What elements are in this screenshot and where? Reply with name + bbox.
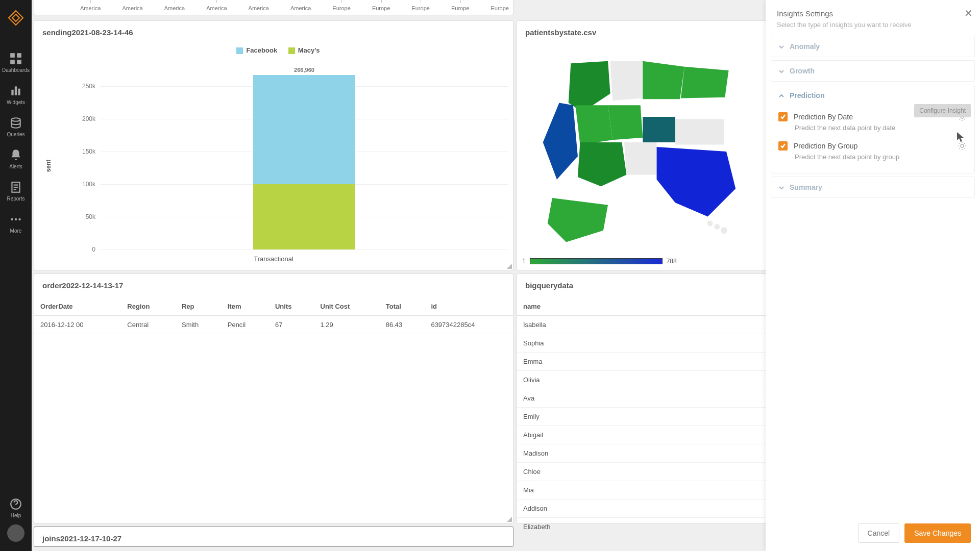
nav-label: Reports	[7, 196, 24, 202]
bar-total-label: 266,960	[253, 67, 355, 75]
nav-help[interactable]: Help	[0, 492, 32, 524]
table-row[interactable]: Emily	[517, 408, 792, 426]
nav-label: Alerts	[9, 164, 22, 169]
nav-more[interactable]: More	[0, 208, 32, 240]
table-header: Region	[121, 297, 176, 316]
table-row[interactable]: Isabella	[517, 316, 792, 334]
nav-queries[interactable]: Queries	[0, 111, 32, 143]
y-tick: 250k	[60, 83, 95, 90]
nav-label: Widgets	[7, 99, 25, 105]
table-header: Unit Cost	[314, 297, 380, 316]
accordion-growth[interactable]: Growth	[771, 60, 975, 82]
card-title: joins2021-12-17-10-27	[34, 527, 513, 550]
y-tick: 50k	[60, 213, 95, 220]
widgets-icon	[9, 85, 22, 96]
table-row[interactable]: Emma	[517, 353, 792, 371]
table-header: Units	[269, 297, 314, 316]
nav-dashboards[interactable]: Dashboards	[0, 47, 32, 79]
table-row[interactable]: Elizabeth	[517, 518, 792, 536]
resize-handle[interactable]	[507, 264, 512, 269]
nav-alerts[interactable]: Alerts	[0, 143, 32, 176]
nav-label: Dashboards	[2, 67, 30, 73]
nav-reports[interactable]: Reports	[0, 176, 32, 208]
svg-point-9	[11, 218, 13, 220]
axis-tick: Europe	[332, 5, 350, 11]
table-row[interactable]: Abigail	[517, 426, 792, 444]
checkbox-checked[interactable]	[778, 112, 788, 121]
prediction-description: Predict the next data point by date	[778, 124, 967, 137]
svg-rect-0	[10, 53, 15, 58]
y-tick: 100k	[60, 181, 95, 188]
accordion-header-prediction[interactable]: Prediction	[771, 85, 974, 106]
svg-point-7	[11, 118, 20, 121]
panel-subtitle: Select the type of insights you want to …	[777, 21, 969, 29]
prediction-label: Prediction By Group	[794, 142, 951, 150]
resize-handle[interactable]	[507, 517, 512, 522]
cancel-button[interactable]: Cancel	[858, 523, 900, 543]
card-order-table: order2022-12-14-13-17 OrderDateRegionRep…	[34, 273, 513, 523]
top-chart-axis: AmericaAmericaAmericaAmericaAmericaAmeri…	[34, 0, 513, 15]
svg-rect-1	[17, 53, 21, 58]
svg-point-11	[18, 218, 20, 220]
close-button[interactable]: ✕	[964, 7, 973, 19]
svg-point-13	[707, 221, 713, 227]
alerts-icon	[9, 149, 22, 161]
chevron-up-icon	[778, 92, 785, 98]
legend-swatch-macys	[288, 47, 295, 54]
table-header: Item	[222, 297, 269, 316]
table-row[interactable]: Mia	[517, 481, 792, 499]
chart-plot-area: 266,960	[101, 75, 508, 249]
y-tick: 0	[60, 246, 95, 253]
table-row[interactable]: Madison	[517, 444, 792, 463]
left-nav: Dashboards Widgets Queries Alerts Report…	[0, 0, 32, 551]
user-avatar[interactable]	[7, 524, 24, 542]
svg-rect-3	[17, 60, 21, 64]
accordion-anomaly[interactable]: Anomaly	[771, 36, 975, 57]
configure-icon[interactable]	[957, 112, 967, 122]
configure-icon[interactable]	[957, 141, 967, 151]
axis-tick: America	[249, 5, 269, 11]
insights-settings-panel: ✕ Insights Settings Select the type of i…	[766, 0, 980, 551]
checkbox-checked[interactable]	[778, 141, 788, 151]
axis-tick: Europe	[451, 5, 469, 11]
queries-icon	[9, 117, 22, 129]
svg-rect-6	[18, 89, 20, 95]
bar-column[interactable]: 266,960	[253, 75, 355, 249]
axis-tick: Europe	[491, 5, 508, 11]
svg-rect-4	[11, 90, 13, 95]
axis-tick: Europe	[372, 5, 390, 11]
card-title: order2022-12-14-13-17	[34, 274, 513, 297]
prediction-label: Prediction By Date	[794, 113, 951, 121]
svg-point-14	[714, 224, 720, 230]
table-row[interactable]: Sophia	[517, 334, 792, 353]
help-icon	[9, 498, 22, 510]
table-row[interactable]: Addison	[517, 499, 792, 518]
axis-tick: America	[206, 5, 227, 11]
choropleth-map[interactable]	[522, 49, 787, 244]
y-tick: 150k	[60, 148, 95, 155]
table-header: Total	[380, 297, 425, 316]
axis-tick: America	[122, 5, 142, 11]
prediction-description: Predict the next data point by group	[778, 153, 967, 166]
svg-rect-2	[10, 60, 15, 64]
table-row[interactable]: Ava	[517, 389, 792, 408]
bar-segment	[253, 75, 355, 184]
nav-label: Help	[11, 513, 21, 518]
accordion-summary[interactable]: Summary	[771, 177, 975, 198]
card-map: patientsbystate.csv	[517, 20, 792, 270]
reports-icon	[9, 182, 22, 193]
table-row[interactable]: 2016-12-12 00CentralSmithPencil671.2986.…	[34, 316, 513, 334]
app-logo	[7, 9, 24, 27]
card-title: patientsbystate.csv	[517, 21, 792, 44]
svg-point-10	[15, 218, 17, 220]
table-row[interactable]: Olivia	[517, 371, 792, 389]
dashboards-icon	[9, 53, 22, 64]
table-row[interactable]: Chloe	[517, 463, 792, 481]
nav-widgets[interactable]: Widgets	[0, 79, 32, 111]
map-legend: 1 788	[522, 258, 787, 265]
prediction-option: Prediction By Group	[778, 137, 967, 153]
save-changes-button[interactable]: Save Changes	[904, 523, 971, 543]
nav-label: More	[10, 228, 22, 234]
card-joins: joins2021-12-17-10-27	[34, 527, 513, 547]
bigquery-table: nameIsabellaSophiaEmmaOliviaAvaEmilyAbig…	[517, 297, 792, 536]
